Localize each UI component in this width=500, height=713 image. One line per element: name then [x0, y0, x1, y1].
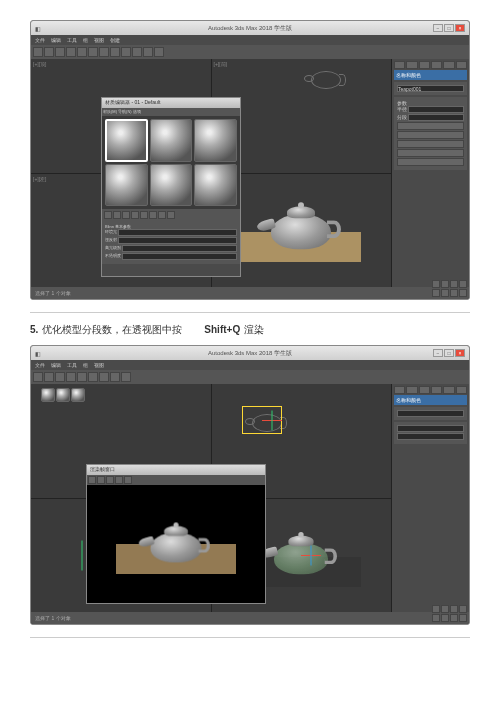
- maximize-viewport-btn[interactable]: [459, 280, 467, 288]
- tool-btn[interactable]: [66, 372, 76, 382]
- display-tab[interactable]: [443, 61, 454, 69]
- maximize-btn[interactable]: □: [444, 349, 454, 357]
- tool-btn[interactable]: [77, 372, 87, 382]
- segments-input[interactable]: [408, 114, 464, 121]
- undo-btn[interactable]: [33, 47, 43, 57]
- motion-tab[interactable]: [431, 61, 442, 69]
- tool-btn[interactable]: [44, 372, 54, 382]
- spinner-input[interactable]: [122, 253, 237, 260]
- material-sample-slot[interactable]: [71, 388, 85, 402]
- move-btn[interactable]: [77, 47, 87, 57]
- utilities-tab[interactable]: [456, 61, 467, 69]
- nav-btn[interactable]: [441, 289, 449, 297]
- nav-btn[interactable]: [441, 614, 449, 622]
- param-btn[interactable]: [397, 122, 464, 130]
- create-tab[interactable]: [394, 61, 405, 69]
- minimize-btn[interactable]: −: [433, 349, 443, 357]
- hierarchy-tab[interactable]: [419, 61, 430, 69]
- apply-material-btn[interactable]: [113, 211, 121, 219]
- pan-btn[interactable]: [432, 280, 440, 288]
- param-btn[interactable]: [397, 131, 464, 139]
- close-btn[interactable]: ×: [455, 24, 465, 32]
- link-btn[interactable]: [55, 47, 65, 57]
- maximize-btn[interactable]: □: [444, 24, 454, 32]
- material-sample-slot[interactable]: [194, 119, 237, 162]
- clone-btn[interactable]: [97, 476, 105, 484]
- color-swatch[interactable]: [118, 237, 237, 244]
- param-btn[interactable]: [397, 158, 464, 166]
- align-btn[interactable]: [132, 47, 142, 57]
- object-name-input[interactable]: Teapot001: [397, 85, 464, 92]
- teapot-model[interactable]: [274, 543, 328, 575]
- spinner-input[interactable]: [122, 245, 237, 252]
- menu-item[interactable]: 工具: [67, 37, 77, 43]
- menu-item[interactable]: 组: [83, 362, 88, 368]
- nav-btn[interactable]: [450, 614, 458, 622]
- motion-tab[interactable]: [431, 386, 442, 394]
- orbit-btn[interactable]: [450, 280, 458, 288]
- param-input[interactable]: [397, 425, 464, 432]
- param-btn[interactable]: [397, 149, 464, 157]
- maximize-viewport-btn[interactable]: [459, 605, 467, 613]
- modify-tab[interactable]: [406, 386, 417, 394]
- material-sample-slot[interactable]: [194, 164, 237, 207]
- material-sample-slot[interactable]: [105, 119, 148, 162]
- orbit-btn[interactable]: [450, 605, 458, 613]
- menu-item[interactable]: 组: [83, 37, 88, 43]
- menu-item[interactable]: 创建: [110, 37, 120, 43]
- material-sample-slot[interactable]: [56, 388, 70, 402]
- menu-item[interactable]: 文件: [35, 362, 45, 368]
- pan-btn[interactable]: [432, 605, 440, 613]
- close-btn[interactable]: ×: [455, 349, 465, 357]
- options-btn[interactable]: [167, 211, 175, 219]
- material-sample-slot[interactable]: [41, 388, 55, 402]
- menu-item[interactable]: 工具: [67, 362, 77, 368]
- alpha-btn[interactable]: [115, 476, 123, 484]
- tool-btn[interactable]: [99, 372, 109, 382]
- display-tab[interactable]: [443, 386, 454, 394]
- material-editor-dialog[interactable]: 材质编辑器 - 01 - Default 材质(M) 导航(N) 选项: [101, 97, 241, 277]
- nav-btn[interactable]: [459, 289, 467, 297]
- nav-btn[interactable]: [459, 614, 467, 622]
- scale-btn[interactable]: [99, 47, 109, 57]
- color-swatch[interactable]: [118, 229, 237, 236]
- minimize-btn[interactable]: −: [433, 24, 443, 32]
- save-image-btn[interactable]: [88, 476, 96, 484]
- param-input[interactable]: [397, 433, 464, 440]
- reset-material-btn[interactable]: [122, 211, 130, 219]
- snap-btn[interactable]: [110, 47, 120, 57]
- redo-btn[interactable]: [44, 47, 54, 57]
- y-axis-icon[interactable]: [271, 411, 272, 431]
- object-name-input[interactable]: [397, 410, 464, 417]
- select-btn[interactable]: [66, 47, 76, 57]
- nav-btn[interactable]: [432, 289, 440, 297]
- material-sample-slot[interactable]: [150, 164, 193, 207]
- options-btn[interactable]: [140, 211, 148, 219]
- material-btn[interactable]: [143, 47, 153, 57]
- tool-btn[interactable]: [110, 372, 120, 382]
- material-editor-menu[interactable]: 材质(M) 导航(N) 选项: [102, 108, 240, 116]
- zoom-btn[interactable]: [441, 605, 449, 613]
- material-sample-slot[interactable]: [105, 164, 148, 207]
- create-tab[interactable]: [394, 386, 405, 394]
- menu-item[interactable]: 编辑: [51, 362, 61, 368]
- render-btn[interactable]: [121, 372, 131, 382]
- menu-item[interactable]: 视图: [94, 37, 104, 43]
- nav-btn[interactable]: [432, 614, 440, 622]
- nav-btn[interactable]: [450, 289, 458, 297]
- menu-item[interactable]: 视图: [94, 362, 104, 368]
- zoom-btn[interactable]: [441, 280, 449, 288]
- teapot-model[interactable]: [271, 215, 331, 250]
- radius-input[interactable]: [408, 106, 464, 113]
- tool-btn[interactable]: [55, 372, 65, 382]
- mirror-btn[interactable]: [121, 47, 131, 57]
- options-btn[interactable]: [149, 211, 157, 219]
- get-material-btn[interactable]: [104, 211, 112, 219]
- pick-material-btn[interactable]: [131, 211, 139, 219]
- tool-btn[interactable]: [88, 372, 98, 382]
- rotate-btn[interactable]: [88, 47, 98, 57]
- hierarchy-tab[interactable]: [419, 386, 430, 394]
- material-sample-slot[interactable]: [150, 119, 193, 162]
- param-btn[interactable]: [397, 140, 464, 148]
- options-btn[interactable]: [158, 211, 166, 219]
